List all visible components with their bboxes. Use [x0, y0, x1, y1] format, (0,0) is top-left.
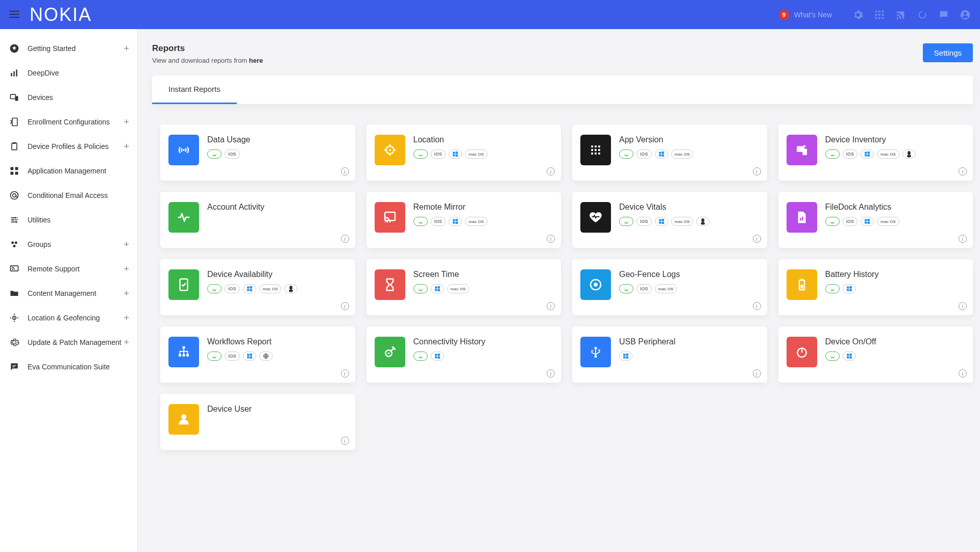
sidebar-item-deepdive[interactable]: DeepDive — [0, 61, 137, 85]
sidebar-item-device-profiles-policies[interactable]: Device Profiles & Policies+ — [0, 134, 137, 159]
report-card-usb-peripheral[interactable]: USB Peripherali — [572, 327, 767, 383]
report-card-filedock-analytics[interactable]: FileDock AnalyticsiOSmac OSi — [778, 192, 973, 248]
report-card-app-version[interactable]: App VersioniOSmac OSi — [572, 124, 767, 181]
platform-android-icon — [619, 217, 633, 226]
svg-rect-12 — [11, 73, 12, 77]
platform-android-icon — [825, 217, 840, 226]
svg-rect-50 — [595, 149, 597, 151]
svg-point-35 — [183, 149, 185, 151]
report-card-account-activity[interactable]: Account Activityi — [160, 192, 355, 248]
platform-mac-icon: mac OS — [671, 217, 694, 226]
expand-icon: + — [124, 264, 129, 274]
sidebar-item-application-management[interactable]: Application Management — [0, 159, 137, 183]
svg-rect-44 — [453, 155, 455, 157]
sidebar-item-enrollment-configurations[interactable]: Enrollment Configurations+ — [0, 110, 137, 134]
info-icon[interactable]: i — [753, 369, 761, 378]
settings-button[interactable]: Settings — [923, 43, 973, 62]
report-title: Device Availability — [207, 269, 347, 279]
platform-mac-icon: mac OS — [877, 149, 899, 159]
info-icon[interactable]: i — [959, 167, 967, 175]
svg-rect-43 — [456, 152, 458, 154]
check-icon — [168, 269, 199, 300]
svg-rect-22 — [11, 172, 14, 175]
info-icon[interactable]: i — [341, 302, 349, 310]
sidebar-item-getting-started[interactable]: Getting Started+ — [0, 36, 137, 61]
info-icon[interactable]: i — [753, 235, 761, 243]
info-icon[interactable]: i — [547, 369, 555, 378]
cast-icon[interactable] — [895, 9, 906, 20]
platform-mac-icon: mac OS — [465, 217, 487, 226]
svg-rect-20 — [11, 167, 14, 170]
platform-windows-icon — [861, 217, 874, 226]
sidebar-item-utilities[interactable]: Utilities — [0, 208, 137, 232]
platform-windows-icon — [431, 284, 444, 293]
platform-windows-icon — [655, 149, 668, 159]
nav-label: Devices — [28, 93, 53, 102]
report-card-geo-fence-logs[interactable]: Geo-Fence LogsiOSmac OSi — [572, 259, 767, 315]
info-icon[interactable]: i — [959, 302, 967, 310]
svg-rect-108 — [435, 289, 437, 291]
report-title: USB Peripheral — [619, 337, 759, 346]
svg-point-34 — [14, 317, 15, 319]
platform-mac-icon: mac OS — [465, 149, 487, 159]
svg-rect-119 — [847, 287, 849, 289]
nav-label: Utilities — [28, 216, 51, 224]
info-icon[interactable]: i — [547, 167, 555, 175]
sidebar-item-devices[interactable]: Devices — [0, 85, 137, 110]
platform-list — [825, 284, 965, 293]
sidebar-item-groups[interactable]: Groups+ — [0, 232, 137, 257]
svg-rect-17 — [12, 118, 17, 126]
hamburger-menu-icon[interactable] — [9, 9, 21, 21]
here-link[interactable]: here — [249, 57, 263, 64]
info-icon[interactable]: i — [341, 235, 349, 243]
svg-rect-76 — [456, 219, 458, 221]
report-card-data-usage[interactable]: Data UsageiOSi — [160, 124, 355, 181]
info-icon[interactable]: i — [547, 235, 555, 243]
refresh-icon[interactable] — [917, 9, 928, 20]
report-card-connectivity-history[interactable]: Connectivity Historyi — [366, 327, 561, 383]
sidebar-item-conditional-email-access[interactable]: Conditional Email Access — [0, 183, 137, 208]
svg-point-149 — [833, 357, 834, 357]
sidebar-item-eva-communication-suite[interactable]: Eva Communication Suite — [0, 355, 137, 379]
sidebar-item-update-patch-management[interactable]: Update & Patch Management+ — [0, 330, 137, 355]
sidebar-item-remote-support[interactable]: Remote Support+ — [0, 257, 137, 281]
info-icon[interactable]: i — [341, 369, 349, 378]
nav-icon — [9, 264, 19, 274]
info-icon[interactable]: i — [959, 369, 967, 378]
report-card-device-vitals[interactable]: Device VitalsiOSmac OSi — [572, 192, 767, 248]
report-card-battery-history[interactable]: Battery Historyi — [778, 259, 973, 315]
platform-ios-icon: iOS — [431, 217, 446, 226]
info-icon[interactable]: i — [547, 302, 555, 310]
report-card-remote-mirror[interactable]: Remote MirroriOSmac OSi — [366, 192, 561, 248]
svg-rect-5 — [882, 14, 884, 16]
chat-icon[interactable] — [938, 9, 949, 20]
tab-instant-reports[interactable]: Instant Reports — [152, 76, 237, 104]
sidebar-item-location-geofencing[interactable]: Location & Geofencing+ — [0, 306, 137, 330]
whats-new-link[interactable]: 9 What's New — [779, 10, 832, 20]
info-icon[interactable]: i — [753, 167, 761, 175]
report-card-device-user[interactable]: Device Useri — [160, 394, 355, 450]
platform-web-icon — [259, 352, 273, 361]
report-card-device-on-off[interactable]: Device On/Offi — [778, 327, 973, 383]
sidebar-item-content-management[interactable]: Content Management+ — [0, 281, 137, 306]
account-icon[interactable] — [960, 9, 971, 20]
report-card-location[interactable]: LocationiOSmac OSi — [366, 124, 561, 181]
nav-icon — [9, 92, 19, 103]
user-icon — [168, 404, 199, 435]
report-card-device-availability[interactable]: Device AvailabilityiOSmac OSi — [160, 259, 355, 315]
svg-rect-98 — [247, 287, 250, 289]
info-icon[interactable]: i — [341, 437, 349, 445]
gear-icon[interactable] — [852, 9, 864, 20]
info-icon[interactable]: i — [341, 167, 349, 175]
report-card-device-inventory[interactable]: Device InventoryiOSmac OSi — [778, 124, 973, 181]
info-icon[interactable]: i — [959, 235, 967, 243]
platform-mac-icon: mac OS — [671, 149, 694, 159]
report-card-workflows-report[interactable]: Workflows ReportiOSi — [160, 327, 355, 383]
report-title: App Version — [619, 135, 759, 144]
svg-rect-14 — [16, 69, 17, 76]
info-icon[interactable]: i — [753, 302, 761, 310]
svg-rect-59 — [659, 155, 662, 157]
report-card-screen-time[interactable]: Screen Timemac OSi — [366, 259, 561, 315]
svg-point-102 — [289, 286, 292, 290]
apps-grid-icon[interactable] — [874, 9, 885, 20]
